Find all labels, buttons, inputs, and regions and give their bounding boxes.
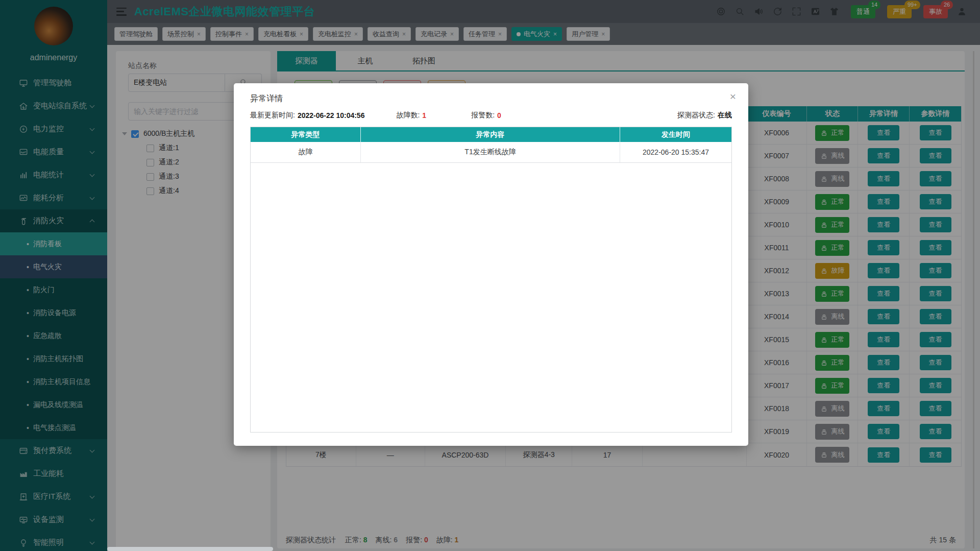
- app-window: adminenergy 管理驾驶舱变电站综自系统电力监控电能质量电能统计能耗分析…: [0, 0, 980, 551]
- modal-cell: 故障: [251, 142, 361, 162]
- fault-count-label: 故障数:: [396, 111, 420, 120]
- exception-table-header: 异常类型异常内容发生时间: [251, 127, 731, 142]
- modal-column-header: 异常类型: [251, 127, 361, 142]
- exception-table: 异常类型异常内容发生时间 故障T1发生断线故障2022-06-20 15:35:…: [250, 127, 732, 433]
- modal-table-row: 故障T1发生断线故障2022-06-20 15:35:47: [251, 142, 731, 163]
- exception-detail-modal: 异常详情 × 最新更新时间: 2022-06-22 10:04:56 故障数: …: [234, 83, 748, 446]
- modal-column-header: 异常内容: [361, 127, 620, 142]
- exception-table-body: 故障T1发生断线故障2022-06-20 15:35:47: [251, 142, 731, 163]
- updated-label: 最新更新时间:: [250, 111, 295, 120]
- modal-column-header: 发生时间: [620, 127, 731, 142]
- alarm-count-label: 报警数:: [471, 111, 495, 120]
- modal-cell: T1发生断线故障: [361, 142, 620, 162]
- alarm-count-value: 0: [497, 111, 501, 119]
- close-icon[interactable]: ×: [730, 90, 736, 103]
- updated-value: 2022-06-22 10:04:56: [298, 111, 365, 119]
- detector-state-label: 探测器状态:: [677, 111, 715, 120]
- fault-count-value: 1: [422, 111, 426, 119]
- modal-title: 异常详情: [234, 83, 748, 104]
- horizontal-scrollbar[interactable]: [107, 547, 273, 551]
- modal-info-row: 最新更新时间: 2022-06-22 10:04:56 故障数: 1 报警数: …: [234, 111, 748, 120]
- detector-state-value: 在线: [718, 111, 732, 120]
- modal-cell: 2022-06-20 15:35:47: [620, 142, 731, 162]
